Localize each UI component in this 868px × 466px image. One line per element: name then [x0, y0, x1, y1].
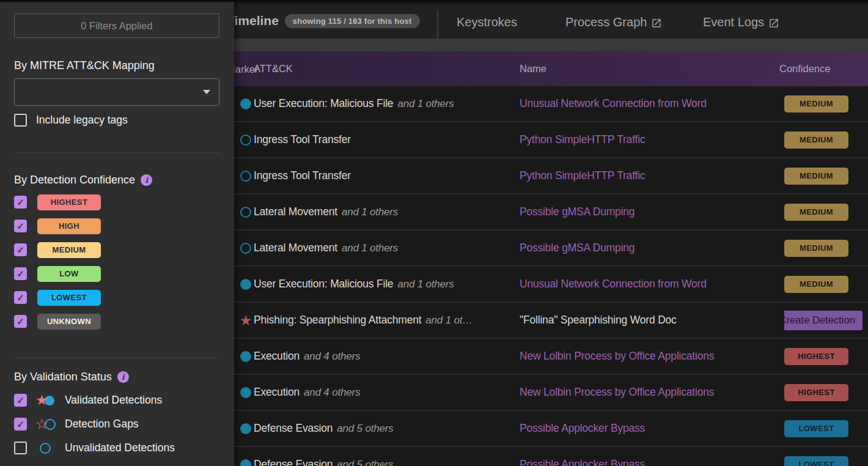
confidence-cell: HIGHEST	[784, 348, 868, 365]
confidence-option-high[interactable]: ✓HIGH	[14, 214, 101, 238]
table-row[interactable]: Lateral Movementand 1 others Possible gM…	[234, 194, 868, 231]
table-row[interactable]: User Execution: Malicious Fileand 1 othe…	[234, 267, 868, 303]
name-cell: Unusual Network Connection from Word	[520, 278, 784, 290]
legacy-tags-checkbox[interactable]	[14, 114, 27, 127]
table-row[interactable]: Defense Evasionand 5 others Possible App…	[234, 447, 868, 466]
detection-name-link[interactable]: Possible Applocker Bypass	[520, 458, 645, 466]
confidence-badge: MEDIUM	[784, 131, 848, 149]
validation-option-validated[interactable]: ✓★Validated Detections	[14, 388, 175, 412]
attack-technique-label: Execution	[254, 350, 300, 362]
detection-name-link[interactable]: New Lolbin Process by Office Application…	[520, 350, 714, 362]
confidence-checkbox[interactable]: ✓	[14, 243, 27, 256]
detection-name-link[interactable]: New Lolbin Process by Office Application…	[520, 386, 714, 398]
unvalidated-detections-icon	[35, 440, 56, 456]
marker-cell	[234, 279, 254, 290]
tab-timeline[interactable]: Timeline showing 115 / 163 for this host	[227, 13, 420, 28]
validation-checkbox[interactable]: ✓	[14, 394, 27, 407]
attack-cell: Defense Evasionand 5 others	[254, 422, 520, 435]
confidence-option-highest[interactable]: ✓HIGHEST	[14, 190, 101, 214]
external-link-icon	[651, 18, 662, 29]
attack-others-label: and 1 others	[342, 206, 398, 218]
tab-process-graph[interactable]: Process Graph	[565, 15, 662, 29]
tab-event-logs[interactable]: Event Logs	[703, 15, 779, 29]
validation-option-label: Detection Gaps	[65, 418, 139, 431]
attack-others-label: and 4 others	[304, 386, 360, 398]
gap-marker-icon[interactable]: ★	[240, 315, 252, 326]
confidence-option-unknown[interactable]: ✓UNKNOWN	[14, 309, 101, 333]
validation-checkbox[interactable]: ✓	[14, 418, 27, 431]
confidence-badge: MEDIUM	[784, 204, 848, 221]
tab-keystrokes[interactable]: Keystrokes	[457, 15, 517, 29]
confidence-checkbox[interactable]: ✓	[14, 220, 27, 232]
confidence-option-lowest[interactable]: ✓LOWEST	[14, 286, 101, 309]
confidence-checkbox[interactable]: ✓	[14, 315, 27, 328]
window-top-edge	[0, 0, 868, 2]
validated-marker-icon[interactable]	[240, 387, 251, 398]
confidence-checkbox[interactable]: ✓	[14, 196, 27, 209]
table-row[interactable]: ★ Phishing: Spearphishing Attachmentand …	[234, 303, 868, 339]
attack-cell: Ingress Tool Transfer	[254, 169, 520, 182]
validated-marker-icon[interactable]	[240, 279, 251, 290]
confidence-badge: LOWEST	[784, 456, 848, 466]
validated-marker-icon[interactable]	[240, 423, 251, 434]
marker-cell	[234, 171, 254, 182]
table-body: User Execution: Malicious Fileand 1 othe…	[234, 86, 868, 466]
detection-name-link[interactable]: Possible gMSA Dumping	[520, 242, 634, 254]
tab-timeline-label: Timeline	[227, 13, 279, 28]
legacy-tags-option[interactable]: Include legacy tags	[14, 114, 128, 127]
confidence-cell: MEDIUM	[784, 204, 868, 221]
external-link-icon	[768, 18, 779, 29]
info-icon[interactable]: i	[117, 371, 129, 383]
table-row[interactable]: Executionand 4 others New Lolbin Process…	[234, 375, 868, 411]
mitre-mapping-dropdown[interactable]	[14, 78, 219, 106]
validation-option-gap[interactable]: ✓☆Detection Gaps	[14, 412, 175, 436]
unvalidated-marker-icon[interactable]	[240, 207, 251, 218]
confidence-option-low[interactable]: ✓LOW	[14, 262, 101, 286]
validated-marker-icon[interactable]	[240, 351, 251, 362]
info-icon[interactable]: i	[141, 174, 152, 186]
name-cell: Possible Applocker Bypass	[520, 422, 784, 435]
confidence-checkbox[interactable]: ✓	[14, 267, 27, 280]
validation-option-unvalidated[interactable]: Unvalidated Detections	[14, 436, 175, 460]
detection-name-link[interactable]: Possible gMSA Dumping	[520, 205, 634, 218]
validated-marker-icon[interactable]	[240, 459, 251, 466]
confidence-option-medium[interactable]: ✓MEDIUM	[14, 238, 101, 262]
detection-name-link[interactable]: Possible Applocker Bypass	[520, 422, 645, 434]
table-row[interactable]: Ingress Tool Transfer Python SimpleHTTP …	[234, 122, 868, 158]
unvalidated-marker-icon[interactable]	[240, 171, 251, 182]
unvalidated-marker-icon[interactable]	[240, 243, 251, 254]
validation-checkbox[interactable]	[14, 442, 27, 454]
table-row[interactable]: User Execution: Malicious Fileand 1 othe…	[234, 86, 868, 122]
confidence-badge: LOWEST	[784, 420, 848, 437]
filters-applied-button[interactable]: 0 Filters Applied	[14, 13, 219, 38]
name-cell: "Follina" Spearphishing Word Doc	[520, 314, 784, 327]
create-detection-button[interactable]: Create Detection	[784, 311, 862, 330]
attack-technique-label: Ingress Tool Transfer	[254, 133, 351, 146]
detection-name-link[interactable]: Unusual Network Connection from Word	[520, 278, 707, 290]
validated-marker-icon[interactable]	[240, 98, 251, 109]
table-row[interactable]: Executionand 4 others New Lolbin Process…	[234, 339, 868, 375]
attack-cell: Executionand 4 others	[254, 350, 520, 363]
detection-name-link[interactable]: Unusual Network Connection from Word	[520, 97, 707, 109]
attack-technique-label: User Execution: Malicious File	[254, 278, 393, 290]
detection-name-link[interactable]: Python SimpleHTTP Traffic	[520, 169, 645, 182]
table-row[interactable]: Ingress Tool Transfer Python SimpleHTTP …	[234, 158, 868, 194]
table-row[interactable]: Lateral Movementand 1 others Possible gM…	[234, 231, 868, 267]
marker-cell	[234, 351, 254, 362]
detection-name-label: "Follina" Spearphishing Word Doc	[520, 314, 677, 326]
confidence-section-title: By Detection Confidence i	[14, 174, 152, 187]
tab-event-logs-label: Event Logs	[703, 15, 764, 29]
table-row[interactable]: Defense Evasionand 5 others Possible App…	[234, 411, 868, 447]
attack-technique-label: Execution	[254, 386, 300, 398]
marker-cell	[234, 243, 254, 254]
unvalidated-marker-icon[interactable]	[240, 135, 251, 146]
filter-sidebar: 0 Filters Applied By MITRE ATT&CK Mappin…	[0, 0, 234, 466]
name-cell: New Lolbin Process by Office Application…	[520, 350, 784, 363]
confidence-checkbox[interactable]: ✓	[14, 291, 27, 304]
attack-cell: User Execution: Malicious Fileand 1 othe…	[254, 97, 520, 110]
column-header-attack: ATT&CK	[254, 63, 520, 75]
detection-name-link[interactable]: Python SimpleHTTP Traffic	[520, 133, 645, 146]
confidence-badge: MEDIUM	[784, 240, 848, 257]
attack-others-label: and 5 others	[337, 423, 393, 434]
table-header: Marker ATT&CK Name Confidence	[234, 51, 868, 86]
